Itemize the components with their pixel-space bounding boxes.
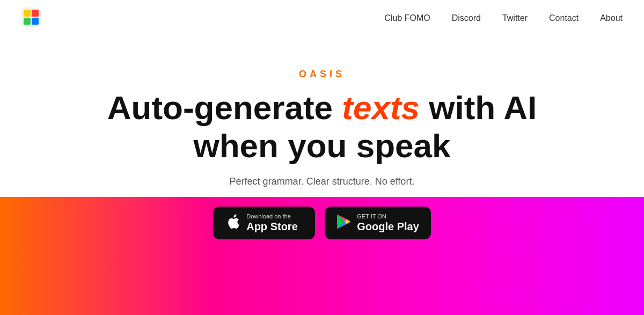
logo[interactable] <box>21 8 41 29</box>
headline-after: with AI <box>420 89 537 126</box>
app-store-small-text: Download on the <box>246 213 291 220</box>
store-buttons: Download on the App Store GET IT ON Goog… <box>213 207 431 239</box>
google-play-button[interactable]: GET IT ON Google Play <box>325 207 431 239</box>
google-play-small-text: GET IT ON <box>357 213 386 220</box>
headline-highlight: texts <box>342 89 420 126</box>
navbar: Club FOMO Discord Twitter Contact About <box>0 0 644 36</box>
subheadline: Perfect grammar. Clear structure. No eff… <box>230 176 415 187</box>
headline-line2: when you speak <box>194 127 451 164</box>
app-store-text: Download on the App Store <box>246 213 298 233</box>
svg-rect-2 <box>32 10 39 17</box>
nav-item-about[interactable]: About <box>600 13 623 23</box>
nav-item-discord[interactable]: Discord <box>452 13 481 23</box>
nav-item-clubfomo[interactable]: Club FOMO <box>384 13 430 23</box>
nav-link-contact[interactable]: Contact <box>549 13 579 23</box>
svg-rect-3 <box>24 18 31 25</box>
nav-item-contact[interactable]: Contact <box>549 13 579 23</box>
app-store-large-text: App Store <box>246 220 298 233</box>
nav-link-about[interactable]: About <box>600 13 623 23</box>
logo-icon <box>21 8 41 27</box>
nav-links: Club FOMO Discord Twitter Contact About <box>384 13 623 23</box>
svg-rect-4 <box>32 18 39 25</box>
nav-item-twitter[interactable]: Twitter <box>502 13 528 23</box>
google-play-large-text: Google Play <box>357 220 419 233</box>
headline: Auto-generate texts with AI when you spe… <box>107 89 537 165</box>
google-play-text: GET IT ON Google Play <box>357 213 419 233</box>
headline-before: Auto-generate <box>107 89 342 126</box>
svg-rect-1 <box>24 10 31 17</box>
nav-link-discord[interactable]: Discord <box>452 13 481 23</box>
apple-icon <box>225 213 240 233</box>
google-play-icon <box>336 214 350 232</box>
nav-link-clubfomo[interactable]: Club FOMO <box>384 13 430 23</box>
brand-name: OASIS <box>299 69 345 80</box>
nav-link-twitter[interactable]: Twitter <box>502 13 528 23</box>
app-store-button[interactable]: Download on the App Store <box>213 207 315 239</box>
main-content: OASIS Auto-generate texts with AI when y… <box>0 36 644 239</box>
